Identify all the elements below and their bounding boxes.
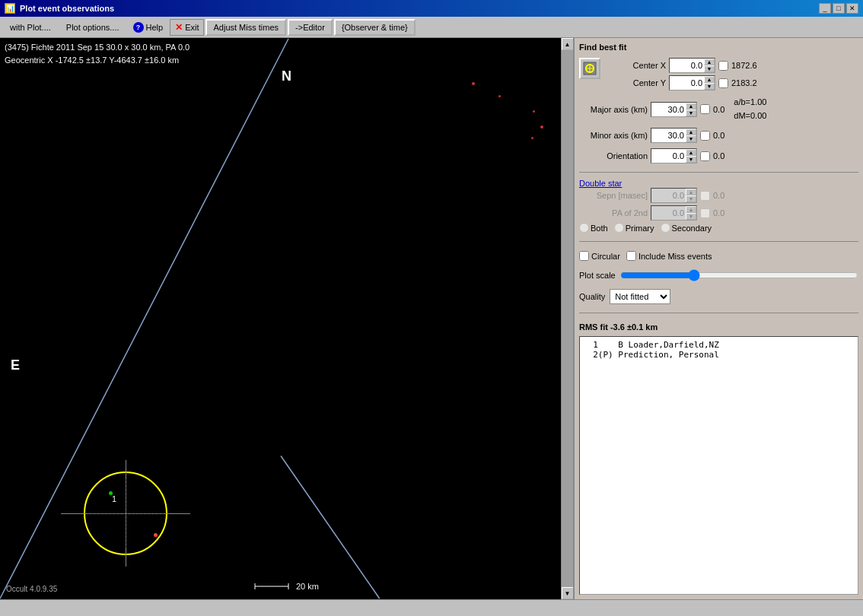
include-miss-checkbox[interactable] bbox=[626, 251, 636, 261]
circular-label[interactable]: Circular bbox=[579, 251, 620, 261]
center-x-num: 1872.6 bbox=[731, 61, 757, 70]
help-button[interactable]: ? Help bbox=[128, 19, 169, 36]
sepn-num: 0.0 bbox=[713, 191, 724, 200]
quality-select[interactable]: Not fitted Good Fair Poor bbox=[610, 289, 670, 304]
pa2nd-down: ▼ bbox=[686, 213, 696, 220]
radio-primary[interactable]: Primary bbox=[614, 223, 654, 233]
center-y-input[interactable]: ▲ ▼ bbox=[669, 75, 715, 90]
scale-text: 20 km bbox=[296, 582, 319, 591]
major-axis-checkbox[interactable] bbox=[700, 104, 710, 114]
center-y-down[interactable]: ▼ bbox=[704, 83, 715, 90]
pa2nd-field bbox=[651, 206, 686, 220]
star-1 bbox=[472, 82, 475, 85]
minor-axis-input[interactable]: ▲ ▼ bbox=[651, 128, 697, 143]
minor-axis-checkbox[interactable] bbox=[700, 131, 710, 141]
star-2 bbox=[498, 95, 501, 97]
major-axis-field[interactable] bbox=[651, 103, 686, 116]
scale-bar: 20 km bbox=[247, 581, 319, 592]
radio-row: Both Primary Secondary bbox=[579, 223, 858, 233]
editor-button[interactable]: ->Editor bbox=[288, 19, 333, 36]
observer-time-button[interactable]: {Observer & time} bbox=[334, 19, 416, 36]
scroll-down-button[interactable]: ▼ bbox=[562, 587, 574, 599]
plot-scrollbar[interactable]: ▲ ▼ bbox=[561, 38, 573, 599]
major-axis-label: Major axis (km) bbox=[579, 105, 648, 114]
radio-primary-input[interactable] bbox=[614, 223, 624, 233]
orientation-input[interactable]: ▲ ▼ bbox=[651, 148, 697, 164]
minimize-button[interactable]: _ bbox=[819, 3, 831, 14]
version-label: Occult 4.0.9.35 bbox=[6, 585, 57, 593]
minor-axis-row: Minor axis (km) ▲ ▼ 0.0 bbox=[579, 128, 858, 143]
ab-ratio: a/b=1.00 dM=0.00 bbox=[734, 96, 766, 122]
minor-axis-up[interactable]: ▲ bbox=[686, 129, 696, 135]
center-x-up[interactable]: ▲ bbox=[704, 59, 715, 65]
pa2nd-checkbox-row: 0.0 bbox=[700, 208, 724, 218]
major-axis-down[interactable]: ▼ bbox=[686, 110, 696, 116]
maximize-button[interactable]: □ bbox=[833, 3, 845, 14]
scroll-up-button[interactable]: ▲ bbox=[562, 38, 574, 50]
center-x-input[interactable]: ▲ ▼ bbox=[669, 58, 715, 73]
orientation-field[interactable] bbox=[651, 149, 686, 163]
center-y-label: Center Y bbox=[605, 78, 666, 87]
major-axis-input[interactable]: ▲ ▼ bbox=[651, 102, 697, 117]
major-axis-up[interactable]: ▲ bbox=[686, 103, 696, 110]
radio-both-input[interactable] bbox=[579, 223, 589, 233]
window-title: Plot event observations bbox=[20, 4, 114, 13]
star-4 bbox=[540, 125, 543, 129]
sepn-down: ▼ bbox=[686, 195, 696, 202]
center-y-checkbox[interactable] bbox=[718, 78, 728, 88]
radio-secondary[interactable]: Secondary bbox=[661, 223, 712, 233]
plot-scale-label: Plot scale bbox=[579, 271, 616, 280]
minor-axis-label: Minor axis (km) bbox=[579, 131, 648, 140]
observers-area: 1 B Loader,Darfield,NZ 2(P) Prediction, … bbox=[579, 336, 858, 595]
minor-axis-down[interactable]: ▼ bbox=[686, 135, 696, 142]
center-x-down[interactable]: ▼ bbox=[704, 65, 715, 72]
double-star-link[interactable]: Double star bbox=[579, 179, 622, 188]
sepn-field bbox=[651, 189, 686, 202]
exit-button[interactable]: ✕ Exit bbox=[170, 19, 204, 36]
major-axis-num: 0.0 bbox=[713, 105, 724, 114]
help-icon: ? bbox=[133, 22, 144, 33]
sepn-checkbox-row: 0.0 bbox=[700, 191, 724, 201]
right-panel: Find best fit Center X ▲ bbox=[575, 38, 863, 599]
plot-options-menu[interactable]: Plot options.... bbox=[59, 19, 126, 36]
main-container: (3475) Fichte 2011 Sep 15 30.0 x 30.0 km… bbox=[0, 38, 863, 599]
pa2nd-row: PA of 2nd ▲ ▼ 0.0 bbox=[579, 205, 858, 221]
app-icon: 📊 bbox=[5, 3, 15, 14]
adjust-miss-times-button[interactable]: Adjust Miss times bbox=[205, 19, 286, 36]
center-x-row: Center X ▲ ▼ 1872.6 bbox=[605, 58, 858, 73]
orientation-checkbox[interactable] bbox=[700, 151, 710, 161]
orientation-down[interactable]: ▼ bbox=[686, 156, 696, 163]
minor-axis-field[interactable] bbox=[651, 129, 686, 142]
radio-secondary-input[interactable] bbox=[661, 223, 670, 233]
close-button[interactable]: ✕ bbox=[846, 3, 858, 14]
with-plot-menu[interactable]: with Plot.... bbox=[3, 19, 58, 36]
separator-3 bbox=[579, 313, 858, 313]
separator-1 bbox=[579, 172, 858, 173]
center-y-num: 2183.2 bbox=[731, 78, 757, 87]
svg-line-1 bbox=[281, 456, 380, 599]
exit-icon: ✕ bbox=[175, 22, 183, 33]
circular-checkbox[interactable] bbox=[579, 251, 589, 261]
plot-scale-slider[interactable] bbox=[620, 269, 858, 281]
center-x-checkbox-row: 1872.6 bbox=[718, 61, 757, 71]
find-best-fit-button[interactable] bbox=[579, 58, 600, 79]
major-axis-row: Major axis (km) ▲ ▼ 0.0 a/b=1.00 dM=0.00 bbox=[579, 96, 858, 122]
center-x-checkbox[interactable] bbox=[718, 61, 728, 71]
plot-info-line2: Geocentric X -1742.5 ±13.7 Y-4643.7 ±16.… bbox=[5, 54, 189, 67]
center-x-field[interactable] bbox=[670, 59, 704, 72]
orientation-up[interactable]: ▲ bbox=[686, 149, 696, 156]
pa2nd-input: ▲ ▼ bbox=[651, 205, 697, 221]
separator-2 bbox=[579, 241, 858, 242]
chord-point-red bbox=[154, 533, 158, 537]
help-label: Help bbox=[146, 23, 164, 32]
title-bar: 📊 Plot event observations _ □ ✕ bbox=[0, 0, 863, 17]
plot-area[interactable]: (3475) Fichte 2011 Sep 15 30.0 x 30.0 km… bbox=[0, 38, 575, 599]
pa2nd-checkbox bbox=[700, 208, 710, 218]
radio-both[interactable]: Both bbox=[579, 223, 608, 233]
center-y-up[interactable]: ▲ bbox=[704, 76, 715, 83]
sepn-up: ▲ bbox=[686, 189, 696, 195]
pa2nd-up: ▲ bbox=[686, 206, 696, 213]
include-miss-label[interactable]: Include Miss events bbox=[626, 251, 712, 261]
check-row: Circular Include Miss events bbox=[579, 251, 858, 261]
center-y-field[interactable] bbox=[670, 76, 704, 90]
